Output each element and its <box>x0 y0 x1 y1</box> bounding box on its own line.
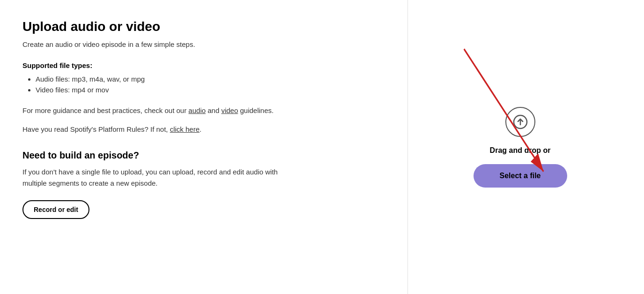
list-item: Video files: mp4 or mov <box>36 86 385 94</box>
episode-description: If you don't have a single file to uploa… <box>22 166 285 189</box>
page-title: Upload audio or video <box>22 19 385 35</box>
file-types-list: Audio files: mp3, m4a, wav, or mpg Video… <box>22 75 385 94</box>
list-item: Audio files: mp3, m4a, wav, or mpg <box>36 75 385 83</box>
episode-heading: Need to build an episode? <box>22 150 385 161</box>
subtitle: Create an audio or video episode in a fe… <box>22 40 385 48</box>
record-or-edit-button[interactable]: Record or edit <box>22 200 89 219</box>
audio-guidelines-link[interactable]: audio <box>188 106 206 114</box>
platform-text: Have you read Spotify's Platform Rules? … <box>22 124 385 135</box>
left-panel: Upload audio or video Create an audio or… <box>0 0 407 294</box>
guidance-suffix: guidelines. <box>238 106 274 114</box>
select-file-button[interactable]: Select a file <box>474 164 567 188</box>
drag-drop-text: Drag and drop or <box>490 146 551 155</box>
upload-area: Drag and drop or Select a file <box>474 107 567 188</box>
right-panel: Drag and drop or Select a file <box>407 0 632 294</box>
guidance-prefix: For more guidance and best practices, ch… <box>22 106 188 114</box>
platform-suffix: . <box>200 125 201 133</box>
video-guidelines-link[interactable]: video <box>221 106 238 114</box>
guidance-middle: and <box>206 106 221 114</box>
guidance-text: For more guidance and best practices, ch… <box>22 105 385 116</box>
upload-arrow-icon <box>513 114 528 129</box>
platform-rules-link[interactable]: click here <box>170 125 200 133</box>
supported-heading: Supported file types: <box>22 61 385 69</box>
platform-prefix: Have you read Spotify's Platform Rules? … <box>22 125 170 133</box>
upload-icon-container <box>505 107 535 137</box>
